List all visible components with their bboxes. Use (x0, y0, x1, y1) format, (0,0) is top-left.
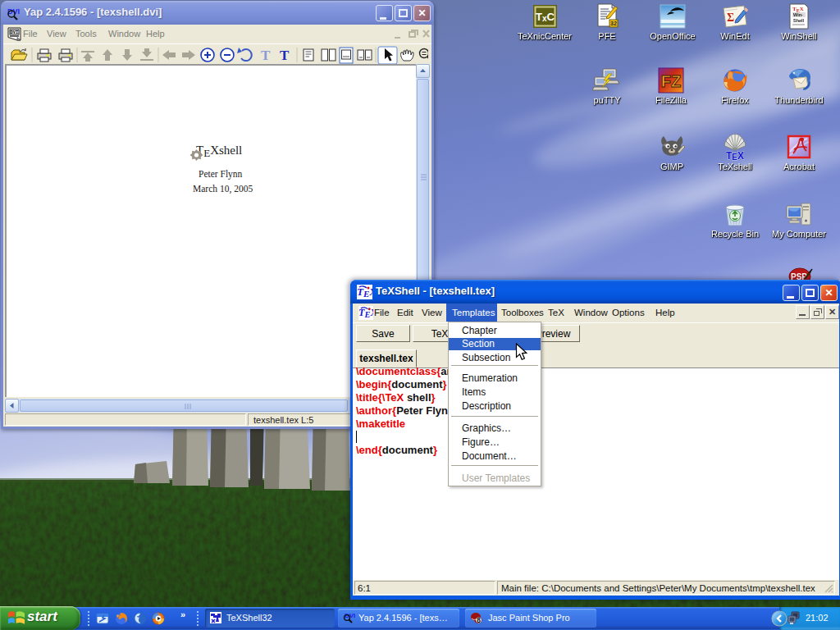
svg-text:T: T (280, 48, 290, 63)
svg-text:T: T (261, 48, 271, 63)
svg-text:DVI: DVI (11, 30, 19, 35)
svg-text:32: 32 (610, 21, 617, 26)
svg-text:FZ: FZ (661, 72, 681, 90)
svg-text:8: 8 (477, 616, 481, 624)
svg-text:Σ: Σ (727, 11, 734, 24)
svg-text:TEX: TEX (726, 150, 744, 162)
svg-text:Win-: Win- (793, 12, 803, 17)
svg-text:Shell: Shell (793, 18, 805, 23)
